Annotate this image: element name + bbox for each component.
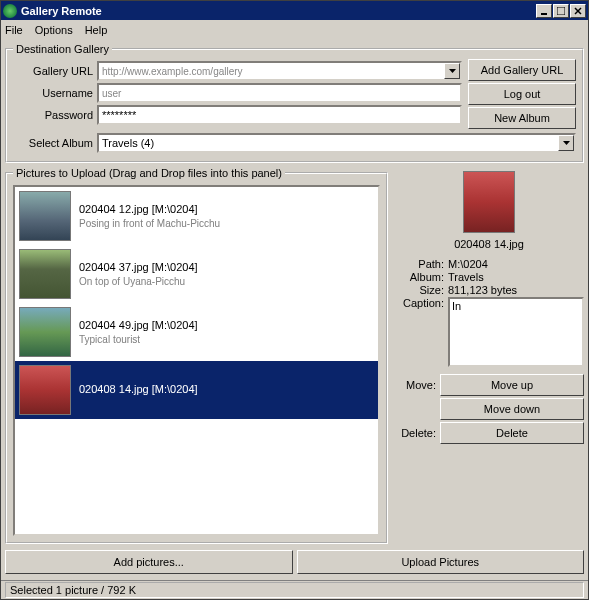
size-value: 811,123 bytes — [448, 284, 584, 296]
svg-rect-0 — [541, 13, 547, 15]
chevron-down-icon[interactable] — [444, 63, 460, 79]
thumbnail — [19, 307, 71, 357]
gallery-url-label: Gallery URL — [13, 65, 93, 77]
path-value: M:\0204 — [448, 258, 584, 270]
status-text: Selected 1 picture / 792 K — [5, 582, 584, 598]
preview-filename: 020408 14.jpg — [394, 238, 584, 250]
album-value: Travels — [448, 271, 584, 283]
thumbnail — [19, 191, 71, 241]
select-album-combo[interactable]: Travels (4) — [97, 133, 576, 153]
password-input[interactable]: ******** — [97, 105, 462, 125]
pictures-upload-group: Pictures to Upload (Drag and Drop files … — [5, 167, 388, 544]
path-label: Path: — [394, 258, 444, 270]
select-album-value: Travels (4) — [102, 137, 154, 149]
add-gallery-url-button[interactable]: Add Gallery URL — [468, 59, 576, 81]
caption-textarea[interactable]: In — [448, 297, 584, 367]
svg-marker-5 — [563, 141, 570, 145]
item-filename: 020404 37.jpg [M:\0204] — [79, 261, 198, 273]
delete-button[interactable]: Delete — [440, 422, 584, 444]
pictures-legend: Pictures to Upload (Drag and Drop files … — [13, 167, 285, 179]
item-filename: 020404 12.jpg [M:\0204] — [79, 203, 220, 215]
logout-button[interactable]: Log out — [468, 83, 576, 105]
item-filename: 020404 49.jpg [M:\0204] — [79, 319, 198, 331]
album-label: Album: — [394, 271, 444, 283]
statusbar: Selected 1 picture / 792 K — [1, 580, 588, 599]
destination-gallery-group: Destination Gallery Gallery URL http://w… — [5, 43, 584, 163]
thumbnail — [19, 249, 71, 299]
password-label: Password — [13, 109, 93, 121]
app-icon — [3, 4, 17, 18]
menu-options[interactable]: Options — [35, 24, 73, 36]
menu-help[interactable]: Help — [85, 24, 108, 36]
size-label: Size: — [394, 284, 444, 296]
svg-marker-4 — [449, 69, 456, 73]
close-button[interactable] — [570, 4, 586, 18]
move-up-button[interactable]: Move up — [440, 374, 584, 396]
gallery-url-value: http://www.example.com/gallery — [102, 66, 243, 77]
chevron-down-icon[interactable] — [558, 135, 574, 151]
move-label: Move: — [394, 379, 436, 391]
destination-legend: Destination Gallery — [13, 43, 112, 55]
select-album-label: Select Album — [13, 137, 93, 149]
app-window: Gallery Remote File Options Help Destina… — [0, 0, 589, 600]
new-album-button[interactable]: New Album — [468, 107, 576, 129]
pictures-list[interactable]: 020404 12.jpg [M:\0204]Posing in front o… — [13, 185, 380, 536]
menubar: File Options Help — [1, 20, 588, 39]
item-caption: Posing in front of Machu-Picchu — [79, 218, 220, 229]
list-item[interactable]: 020404 49.jpg [M:\0204]Typical tourist — [15, 303, 378, 361]
upload-pictures-button[interactable]: Upload Pictures — [297, 550, 585, 574]
thumbnail — [19, 365, 71, 415]
caption-label: Caption: — [394, 297, 444, 309]
minimize-button[interactable] — [536, 4, 552, 18]
add-pictures-button[interactable]: Add pictures... — [5, 550, 293, 574]
window-title: Gallery Remote — [21, 5, 536, 17]
item-filename: 020408 14.jpg [M:\0204] — [79, 383, 198, 395]
menu-file[interactable]: File — [5, 24, 23, 36]
move-down-button[interactable]: Move down — [440, 398, 584, 420]
preview-thumbnail — [463, 171, 515, 233]
list-item[interactable]: 020408 14.jpg [M:\0204] — [15, 361, 378, 419]
list-item[interactable]: 020404 12.jpg [M:\0204]Posing in front o… — [15, 187, 378, 245]
item-caption: Typical tourist — [79, 334, 198, 345]
maximize-button[interactable] — [553, 4, 569, 18]
item-caption: On top of Uyana-Picchu — [79, 276, 198, 287]
username-input[interactable]: user — [97, 83, 462, 103]
delete-label: Delete: — [394, 427, 436, 439]
username-label: Username — [13, 87, 93, 99]
titlebar: Gallery Remote — [1, 1, 588, 20]
gallery-url-combo[interactable]: http://www.example.com/gallery — [97, 61, 462, 81]
list-item[interactable]: 020404 37.jpg [M:\0204]On top of Uyana-P… — [15, 245, 378, 303]
svg-rect-1 — [557, 7, 565, 15]
details-panel: 020408 14.jpg Path:M:\0204 Album:Travels… — [394, 167, 584, 544]
